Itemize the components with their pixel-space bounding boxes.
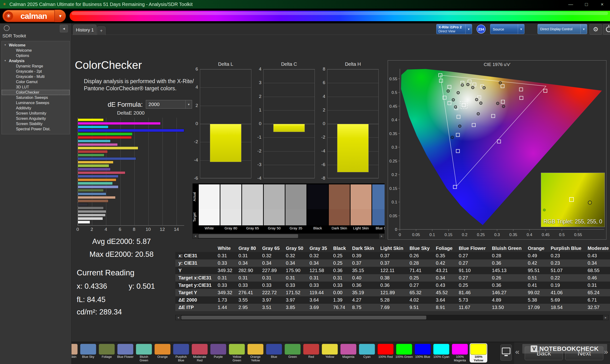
patch-button-bluish-green[interactable]: Bluish Green [135, 343, 153, 363]
patch-button-purplish-blue[interactable]: Purplish Blue [172, 343, 190, 363]
maximize-button[interactable]: □ [579, 2, 594, 7]
power-button[interactable] [603, 24, 610, 35]
svg-text:0: 0 [395, 227, 397, 232]
swatch-white[interactable]: White [199, 184, 220, 232]
patch-swatch [452, 344, 468, 355]
sidebar-item-3d-lut[interactable]: 3D LUT [2, 85, 70, 90]
swatch-gray-80[interactable]: Gray 80 [221, 184, 241, 232]
sidebar-item-options[interactable]: Options [2, 53, 70, 58]
meter-dropdown[interactable]: X-Rite i1Pro 2 Direct View ▾ [436, 24, 472, 34]
patch-button-blue[interactable]: Blue [265, 343, 283, 363]
settings-button[interactable]: ⚙ [589, 24, 602, 35]
patch-button-cyan[interactable]: Cyan [358, 343, 376, 363]
patch-button-orange-yellow[interactable]: Orange Yellow [247, 343, 264, 363]
table-cell: 5.28 [377, 296, 406, 304]
scrollbar-track[interactable] [198, 234, 379, 238]
tab-history-1[interactable]: History 1 [73, 25, 96, 35]
patch-button-purple[interactable]: Purple [209, 343, 227, 363]
patch-button-100-cyan[interactable]: 100% Cyan [432, 343, 450, 363]
patch-button-foliage[interactable]: Foliage [98, 343, 116, 363]
swatch-black[interactable]: Black [307, 184, 328, 232]
patch-button-red[interactable]: Red [302, 343, 320, 363]
scroll-left-icon[interactable]: ◄ [193, 234, 198, 238]
scroll-left-icon[interactable]: ◄ [176, 315, 181, 320]
sidebar-collapse-button[interactable]: ◄ [60, 25, 68, 32]
minimize-button[interactable]: — [563, 2, 579, 7]
patch-button-100-green[interactable]: 100% Green [395, 343, 413, 363]
table-header-purplish-blue: Purplish Blue [547, 245, 584, 252]
calman-window: ✳ Calman 2025 Calman Ultimate for Busine… [0, 0, 610, 364]
table-cell: 0.37 [377, 252, 406, 260]
sidebar-item-colorchecker[interactable]: ColorChecker [2, 90, 70, 95]
patch-button-100-yellow[interactable]: 100% Yellow [470, 343, 487, 363]
calman-menu-arrow-icon[interactable]: ▾ [54, 10, 66, 22]
chevron-down-icon[interactable]: ▾ [518, 24, 524, 34]
patch-button-magenta[interactable]: Magenta [339, 343, 357, 363]
table-cell: 5.38 [525, 296, 547, 304]
close-button[interactable]: × [594, 2, 610, 7]
table-cell: 1.39 [330, 296, 349, 304]
sidebar-item-welcome[interactable]: Welcome [2, 48, 70, 53]
patch-button-100-magenta[interactable]: 100% Magenta [451, 343, 469, 363]
patch-button-100-blue[interactable]: 100% Blue [414, 343, 431, 363]
scrollbar-thumb[interactable] [198, 234, 298, 238]
swatch-light-skin[interactable]: Light Skin [350, 184, 372, 232]
patch-button-green[interactable]: Green [284, 343, 301, 363]
back-chevrons-icon[interactable]: « [515, 347, 519, 356]
patch-button-yellow-green[interactable]: Yellow Green [228, 343, 246, 363]
sidebar-item-welcome[interactable]: ▾Welcome [2, 43, 70, 48]
chevron-down-icon[interactable]: ▾ [581, 24, 587, 34]
patch-button-100-red[interactable]: 100% Red [377, 343, 394, 363]
sidebar-item-saturation-sweeps[interactable]: Saturation Sweeps [2, 95, 70, 100]
sidebar-item-dynamic-range[interactable]: Dynamic Range [2, 64, 70, 69]
source-dropdown[interactable]: Source ▾ [490, 24, 524, 34]
scroll-right-icon[interactable]: ► [603, 315, 608, 320]
patch-button-yellow[interactable]: Yellow [321, 343, 338, 363]
scrollbar-track[interactable] [181, 315, 603, 320]
sidebar-item-luminance-sweeps[interactable]: Luminance Sweeps [2, 100, 70, 105]
patch-label: 100% Cyan [432, 355, 450, 359]
table-scrollbar[interactable]: ◄ ► [175, 315, 609, 320]
table-header-gray-65: Gray 65 [259, 245, 283, 252]
chevron-down-icon[interactable]: ▾ [465, 24, 472, 34]
bar-blue-sky [78, 193, 106, 195]
sidebar-item-additivity[interactable]: Additivity [2, 105, 70, 111]
patch-button-blue-sky[interactable]: Blue Sky [79, 343, 97, 363]
patch-toolbar-viewport: Light SkinBlue SkyFoliageBlue FlowerBlui… [71, 342, 500, 364]
table-row-e-2000: ΔE 20001.733.553.973.973.641.394.275.284… [175, 296, 610, 304]
sidebar-item-grayscale-multi[interactable]: Grayscale - Multi [2, 74, 70, 79]
tree-expand-icon[interactable]: ▾ [4, 59, 6, 62]
gridline [263, 178, 314, 179]
sidebar-item-screen-uniformity[interactable]: Screen Uniformity [2, 111, 70, 116]
patch-button-blue-flower[interactable]: Blue Flower [117, 343, 134, 363]
tree-expand-icon[interactable]: ▾ [4, 43, 6, 46]
scroll-right-icon[interactable]: ► [379, 234, 384, 238]
patch-button-row: Light SkinBlue SkyFoliageBlue FlowerBlui… [71, 343, 487, 363]
sidebar-item-screen-angularity[interactable]: Screen Angularity [2, 116, 70, 121]
sidebar-item-label: Dynamic Range [16, 64, 43, 68]
swatch-dark-skin[interactable]: Dark Skin [329, 184, 350, 232]
sidebar-item-screen-stability[interactable]: Screen Stability [2, 121, 70, 127]
axis-tick-label: -4 [194, 157, 198, 163]
pattern-window-button[interactable] [500, 344, 512, 361]
add-tab-button[interactable]: + [97, 26, 105, 35]
patch-button-moderate-red[interactable]: Moderate Red [191, 343, 208, 363]
scrollbar-thumb[interactable] [181, 316, 426, 319]
swatch-gray-35[interactable]: Gray 35 [286, 184, 306, 232]
table-header-white: White [215, 245, 235, 252]
sidebar-item-color-gamut[interactable]: Color Gamut [2, 79, 70, 85]
sidebar-item-grayscale-2pt[interactable]: Grayscale - 2pt [2, 69, 70, 74]
swatch-gray-65[interactable]: Gray 65 [242, 184, 263, 232]
patch-swatch [285, 344, 301, 355]
swatch-gray-50[interactable]: Gray 50 [264, 184, 285, 232]
patch-button-orange[interactable]: Orange [154, 343, 171, 363]
table-cell: 11.67 [455, 304, 489, 311]
calman-logo-button[interactable]: ✳ calman ▾ [2, 10, 66, 22]
patch-button-light-skin[interactable]: Light Skin [71, 343, 78, 363]
swatch-blue-sky[interactable]: Blue Sky [372, 184, 385, 232]
swatch-scrollbar[interactable]: ◄ ► [193, 234, 385, 239]
sidebar-item-spectral-power-dist[interactable]: Spectral Power Dist. [2, 127, 70, 132]
de-formula-dropdown[interactable]: 2000 ▾ [146, 100, 192, 109]
display-control-dropdown[interactable]: Direct Display Control ▾ [538, 24, 587, 34]
sidebar-item-analysis[interactable]: ▾Analysis [2, 58, 70, 64]
